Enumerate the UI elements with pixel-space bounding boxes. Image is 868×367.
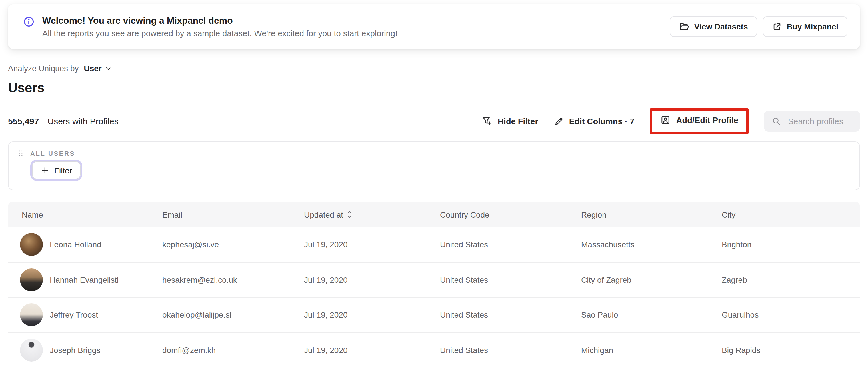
table-row[interactable]: Jeffrey Troost okahelop@lalijpe.sl Jul 1… (8, 298, 860, 333)
cell-email: okahelop@lalijpe.sl (162, 310, 304, 319)
edit-columns-button[interactable]: Edit Columns · 7 (554, 116, 634, 126)
avatar (20, 304, 43, 327)
hide-filter-button[interactable]: Hide Filter (482, 116, 538, 127)
search-icon (771, 116, 781, 126)
add-edit-profile-button[interactable]: Add/Edit Profile (660, 115, 739, 125)
toolbar: Hide Filter Edit Columns · 7 (482, 108, 860, 134)
stats-toolbar-row: 555,497 Users with Profiles Hide Filter (8, 108, 860, 134)
avatar (20, 339, 43, 362)
analyze-label: Analyze Uniques by (8, 64, 79, 73)
person-card-icon (660, 115, 671, 125)
folder-icon (679, 22, 689, 32)
analyze-by-value: User (84, 64, 102, 73)
cell-region: Michigan (581, 345, 722, 355)
column-header-name: Name (8, 210, 162, 219)
filter-group-label: ALL USERS (30, 150, 75, 157)
cell-region: Massachusetts (581, 240, 722, 249)
annotation-highlight-box: Add/Edit Profile (650, 108, 749, 134)
cell-updated-at: Jul 19, 2020 (304, 240, 440, 249)
cell-region: Sao Paulo (581, 310, 722, 319)
add-filter-button[interactable]: Filter (32, 161, 81, 179)
cell-name: Jeffrey Troost (50, 310, 98, 319)
cell-country-code: United States (440, 240, 581, 249)
buy-mixpanel-button[interactable]: Buy Mixpanel (763, 16, 848, 37)
table-row[interactable]: Leona Holland kephesaj@si.ve Jul 19, 202… (8, 227, 860, 263)
drag-handle-icon[interactable] (17, 150, 25, 157)
chevron-down-icon (105, 65, 112, 71)
profiles-count: 555,497 Users with Profiles (8, 116, 119, 126)
column-header-country-code: Country Code (440, 210, 581, 219)
banner-subtitle: All the reports you see are powered by a… (42, 29, 397, 38)
cell-country-code: United States (440, 310, 581, 319)
profiles-count-number: 555,497 (8, 116, 39, 126)
view-datasets-button[interactable]: View Datasets (670, 16, 757, 37)
cell-city: Brighton (722, 240, 860, 249)
cell-updated-at: Jul 19, 2020 (304, 310, 440, 319)
welcome-banner: Welcome! You are viewing a Mixpanel demo… (8, 4, 860, 49)
search-profiles-box (764, 111, 860, 132)
search-profiles-input[interactable] (787, 116, 852, 126)
cell-updated-at: Jul 19, 2020 (304, 345, 440, 355)
plus-icon (40, 166, 49, 175)
table-row[interactable]: Joseph Briggs domfi@zem.kh Jul 19, 2020 … (8, 333, 860, 367)
cell-city: Zagreb (722, 275, 860, 284)
profiles-count-label: Users with Profiles (48, 116, 118, 126)
avatar (20, 268, 43, 291)
filter-panel: ALL USERS Filter (8, 142, 860, 190)
banner-actions: View Datasets Buy Mixpanel (670, 16, 847, 37)
users-table: Name Email Updated at Country Code Regio… (8, 202, 860, 367)
column-header-email: Email (162, 210, 304, 219)
cell-name: Joseph Briggs (50, 345, 100, 355)
view-datasets-label: View Datasets (694, 22, 748, 31)
analyze-row: Analyze Uniques by User (8, 64, 860, 73)
hide-filter-label: Hide Filter (498, 117, 538, 126)
funnel-plus-icon (482, 116, 493, 127)
pencil-icon (554, 116, 564, 126)
cell-email: kephesaj@si.ve (162, 240, 304, 249)
cell-name: Leona Holland (50, 240, 101, 249)
welcome-banner-text-group: Welcome! You are viewing a Mixpanel demo… (23, 15, 397, 38)
column-header-updated-at[interactable]: Updated at (304, 210, 440, 219)
cell-email: domfi@zem.kh (162, 345, 304, 355)
cell-country-code: United States (440, 345, 581, 355)
buy-mixpanel-label: Buy Mixpanel (787, 22, 839, 31)
cell-city: Big Rapids (722, 345, 860, 355)
table-row[interactable]: Hannah Evangelisti hesakrem@ezi.co.uk Ju… (8, 263, 860, 298)
column-header-city: City (722, 210, 860, 219)
banner-title: Welcome! You are viewing a Mixpanel demo (42, 15, 397, 27)
column-header-region: Region (581, 210, 722, 219)
cell-city: Guarulhos (722, 310, 860, 319)
add-edit-profile-label: Add/Edit Profile (676, 116, 739, 125)
sort-icon (347, 210, 352, 219)
cell-updated-at: Jul 19, 2020 (304, 275, 440, 284)
table-header-row: Name Email Updated at Country Code Regio… (8, 202, 860, 227)
edit-columns-label: Edit Columns · 7 (569, 117, 634, 126)
cell-email: hesakrem@ezi.co.uk (162, 275, 304, 284)
cell-name: Hannah Evangelisti (50, 275, 119, 284)
page-title: Users (8, 80, 860, 96)
external-link-icon (772, 22, 782, 31)
filter-button-focus-ring: Filter (30, 160, 82, 181)
analyze-by-dropdown[interactable]: User (84, 64, 112, 73)
info-icon (23, 16, 35, 28)
users-page: Welcome! You are viewing a Mixpanel demo… (0, 4, 868, 367)
cell-region: City of Zagreb (581, 275, 722, 284)
cell-country-code: United States (440, 275, 581, 284)
avatar (20, 233, 43, 256)
add-filter-label: Filter (54, 166, 72, 175)
